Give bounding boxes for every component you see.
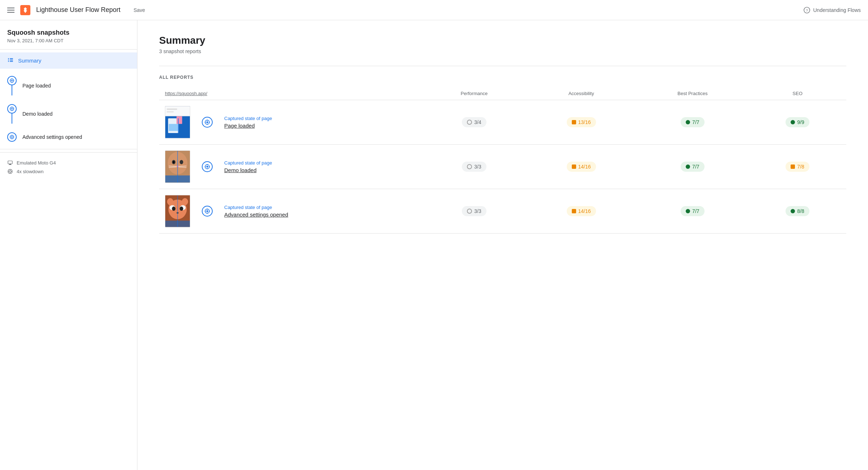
seo-icon-2 — [791, 164, 795, 169]
table-row: Captured state of page Page loaded 3/4 1… — [159, 100, 846, 145]
bp-badge-1: 7/7 — [681, 117, 704, 127]
device-icon — [7, 160, 13, 166]
report-name-3[interactable]: Advanced settings opened — [224, 212, 416, 218]
svg-point-55 — [180, 160, 183, 164]
help-link[interactable]: ? Understanding Flows — [804, 7, 861, 13]
perf-icon-3 — [467, 209, 472, 214]
svg-rect-37 — [167, 108, 177, 110]
sidebar-item-page-loaded[interactable]: Page loaded — [0, 72, 137, 100]
perf-score-1: 3/4 — [422, 100, 526, 145]
sidebar-item-summary[interactable]: Summary — [0, 52, 137, 69]
step-label-2: Demo loaded — [22, 111, 52, 117]
svg-rect-8 — [10, 61, 13, 62]
svg-point-46 — [207, 121, 208, 123]
svg-point-22 — [11, 136, 13, 138]
save-button[interactable]: Save — [133, 7, 145, 13]
seo-header: SEO — [749, 87, 846, 100]
connector-1 — [196, 100, 218, 145]
step-label-1: Page loaded — [22, 83, 51, 89]
step-label-3: Advanced settings opened — [22, 134, 82, 140]
svg-point-79 — [167, 198, 173, 205]
perf-badge-3: 3/3 — [462, 206, 486, 216]
perf-value-1: 3/4 — [474, 119, 481, 125]
access-value-2: 14/16 — [578, 164, 591, 170]
perf-icon-2 — [467, 164, 472, 169]
svg-rect-27 — [8, 161, 12, 164]
access-score-3: 14/16 — [526, 189, 637, 234]
seo-value-3: 8/8 — [797, 208, 804, 214]
table-row: Captured state of page Advanced settings… — [159, 189, 846, 234]
step-line-1 — [12, 85, 12, 95]
svg-point-10 — [11, 80, 13, 81]
step-connector-3 — [7, 132, 17, 142]
info-cell-1: Captured state of page Page loaded — [218, 100, 422, 145]
snapshot-icon-2 — [202, 161, 213, 172]
report-name-2[interactable]: Demo loaded — [224, 167, 416, 173]
url-header[interactable]: https://squoosh.app/ — [159, 87, 422, 100]
menu-button[interactable] — [7, 8, 14, 13]
report-type-1: Captured state of page — [224, 116, 416, 121]
slowdown-icon — [7, 168, 13, 174]
seo-badge-1: 9/9 — [786, 117, 809, 127]
seo-score-2: 7/8 — [749, 145, 846, 189]
table-row: Captured state of page Demo loaded 3/3 1… — [159, 145, 846, 189]
seo-icon-3 — [791, 209, 795, 213]
svg-rect-44 — [169, 124, 178, 131]
app-title: Lighthouse User Flow Report — [36, 6, 120, 14]
sidebar-item-demo-loaded[interactable]: Demo loaded — [0, 100, 137, 128]
svg-rect-4 — [10, 58, 13, 59]
svg-rect-5 — [8, 60, 9, 60]
seo-value-1: 9/9 — [797, 119, 804, 125]
seo-score-1: 9/9 — [749, 100, 846, 145]
access-icon-2 — [572, 164, 576, 169]
env-device-label: Emulated Moto G4 — [17, 160, 56, 166]
svg-point-31 — [9, 171, 10, 172]
sidebar-steps: Page loaded — [0, 69, 137, 149]
report-type-2: Captured state of page — [224, 160, 416, 166]
access-badge-3: 14/16 — [567, 206, 596, 216]
perf-header: Performance — [422, 87, 526, 100]
bp-badge-2: 7/7 — [681, 162, 704, 172]
env-device: Emulated Moto G4 — [7, 158, 130, 167]
access-score-1: 13/16 — [526, 100, 637, 145]
svg-point-74 — [172, 206, 175, 211]
main-content: Summary 3 snapshot reports ALL REPORTS h… — [137, 20, 868, 470]
table-header-row: https://squoosh.app/ Performance Accessi… — [159, 87, 846, 100]
svg-point-82 — [207, 210, 208, 212]
access-score-2: 14/16 — [526, 145, 637, 189]
snapshot-icon-3 — [202, 206, 213, 217]
svg-point-34 — [10, 172, 11, 173]
step-icon-2 — [7, 104, 17, 114]
report-type-3: Captured state of page — [224, 205, 416, 210]
thumbnail-1 — [165, 106, 190, 138]
step-icon-3 — [7, 132, 17, 142]
svg-rect-43 — [178, 118, 179, 133]
bp-score-2: 7/7 — [637, 145, 749, 189]
summary-subtitle: 3 snapshot reports — [159, 48, 846, 54]
snapshot-icon-1 — [202, 117, 213, 128]
svg-point-33 — [10, 170, 11, 171]
seo-icon-1 — [791, 120, 795, 124]
svg-rect-28 — [9, 164, 11, 164]
svg-point-32 — [11, 171, 12, 172]
all-reports-label: ALL REPORTS — [159, 75, 846, 80]
svg-rect-3 — [8, 58, 9, 59]
help-label: Understanding Flows — [813, 7, 861, 13]
help-icon: ? — [804, 7, 810, 13]
svg-rect-7 — [8, 61, 9, 62]
sidebar-divider-env — [0, 149, 137, 149]
report-name-1[interactable]: Page loaded — [224, 123, 416, 129]
step-line-2 — [12, 114, 12, 124]
step-icon-1 — [7, 76, 17, 85]
bp-value-3: 7/7 — [692, 208, 699, 214]
perf-badge-2: 3/3 — [462, 162, 486, 172]
svg-rect-42 — [176, 116, 182, 124]
perf-icon-1 — [467, 120, 472, 125]
info-cell-2: Captured state of page Demo loaded — [218, 145, 422, 189]
thumbnail-2 — [165, 150, 190, 183]
bp-icon-2 — [686, 164, 690, 169]
main-layout: Squoosh snapshots Nov 3, 2021, 7:00 AM C… — [0, 20, 868, 470]
env-slowdown-label: 4x slowdown — [17, 169, 43, 174]
sidebar-item-advanced[interactable]: Advanced settings opened — [0, 128, 137, 146]
thumb-cell-3 — [159, 189, 196, 234]
